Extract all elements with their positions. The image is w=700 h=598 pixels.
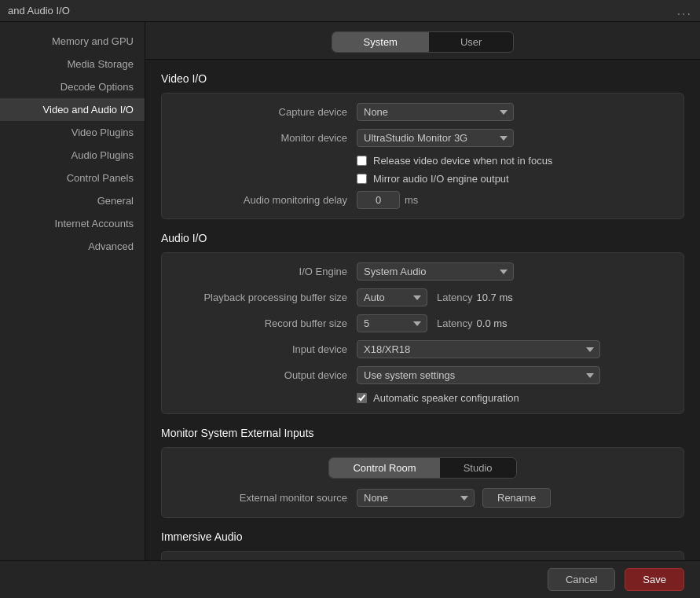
release-video-device-row: Release video device when not in focus: [357, 155, 671, 167]
record-buffer-select[interactable]: 5: [357, 314, 427, 332]
capture-device-label: Capture device: [174, 106, 347, 118]
video-io-section: Capture device None Monitor device Ultra…: [161, 93, 684, 219]
title-bar: and Audio I/O ...: [0, 0, 700, 22]
scrollable-content: Video I/O Capture device None Monitor de…: [145, 60, 700, 598]
mirror-audio-label: Mirror audio I/O engine output: [373, 173, 509, 185]
audio-monitoring-delay-row: Audio monitoring delay 0 ms: [174, 191, 671, 209]
audio-monitoring-delay-label: Audio monitoring delay: [174, 194, 347, 206]
output-device-row: Output device Use system settings: [174, 366, 671, 384]
monitor-device-label: Monitor device: [174, 132, 347, 144]
window-title: and Audio I/O: [8, 5, 70, 17]
content-area: System User Video I/O Capture device Non…: [145, 22, 700, 598]
external-monitor-source-label: External monitor source: [174, 492, 347, 504]
bottom-bar: Cancel Save: [0, 560, 700, 598]
mirror-audio-checkbox[interactable]: [357, 174, 367, 184]
monitor-system-title: Monitor System External Inputs: [161, 427, 684, 439]
window-menu-dots[interactable]: ...: [677, 4, 692, 18]
sidebar-item-video-audio-io[interactable]: Video and Audio I/O: [0, 98, 145, 121]
sidebar-item-audio-plugins[interactable]: Audio Plugins: [0, 144, 145, 167]
sidebar-item-video-plugins[interactable]: Video Plugins: [0, 121, 145, 144]
input-device-row: Input device X18/XR18: [174, 340, 671, 358]
sidebar-item-control-panels[interactable]: Control Panels: [0, 167, 145, 189]
playback-latency-info: Latency 10.7 ms: [437, 292, 513, 303]
monitor-device-row: Monitor device UltraStudio Monitor 3G: [174, 129, 671, 147]
monitor-device-select[interactable]: UltraStudio Monitor 3G: [357, 129, 514, 147]
audio-monitoring-delay-input[interactable]: 0: [357, 191, 400, 209]
record-latency-info: Latency 0.0 ms: [437, 317, 508, 329]
tab-studio[interactable]: Studio: [440, 458, 516, 478]
playback-latency-label: Latency: [437, 292, 473, 303]
io-engine-select[interactable]: System Audio: [357, 262, 514, 281]
top-tab-bar: System User: [145, 22, 700, 60]
audio-io-section: I/O Engine System Audio Playback process…: [161, 252, 684, 414]
audio-io-title: Audio I/O: [161, 232, 684, 244]
sidebar-item-memory-gpu[interactable]: Memory and GPU: [0, 30, 145, 53]
sidebar-item-media-storage[interactable]: Media Storage: [0, 53, 145, 75]
capture-device-row: Capture device None: [174, 103, 671, 121]
external-monitor-source-select[interactable]: None: [357, 489, 475, 507]
rename-button[interactable]: Rename: [482, 488, 551, 508]
video-io-title: Video I/O: [161, 72, 684, 85]
monitor-system-section: Control Room Studio External monitor sou…: [161, 447, 684, 518]
tab-control-room[interactable]: Control Room: [329, 458, 439, 478]
output-device-label: Output device: [174, 369, 347, 381]
record-buffer-row: Record buffer size 5 Latency 0.0 ms: [174, 314, 671, 332]
monitor-tabs: Control Room Studio: [328, 457, 516, 479]
monitor-tab-group: Control Room Studio: [174, 457, 671, 479]
input-device-label: Input device: [174, 343, 347, 355]
capture-device-select[interactable]: None: [357, 103, 514, 121]
playback-buffer-select[interactable]: Auto: [357, 288, 427, 306]
auto-speaker-checkbox[interactable]: [357, 393, 367, 403]
immersive-audio-title: Immersive Audio: [161, 530, 684, 543]
sidebar-item-internet-accounts[interactable]: Internet Accounts: [0, 212, 145, 235]
input-device-select[interactable]: X18/XR18: [357, 340, 600, 358]
io-engine-row: I/O Engine System Audio: [174, 262, 671, 281]
system-user-tabs: System User: [332, 31, 515, 53]
io-engine-label: I/O Engine: [174, 266, 347, 277]
sidebar-item-general[interactable]: General: [0, 189, 145, 212]
playback-buffer-row: Playback processing buffer size Auto Lat…: [174, 288, 671, 306]
record-latency-value: 0.0 ms: [477, 317, 508, 329]
tab-system[interactable]: System: [332, 32, 429, 52]
playback-latency-value: 10.7 ms: [477, 292, 513, 303]
auto-speaker-label: Automatic speaker configuration: [373, 392, 519, 404]
record-latency-label: Latency: [437, 317, 473, 329]
sidebar-item-decode-options[interactable]: Decode Options: [0, 75, 145, 98]
release-video-device-checkbox[interactable]: [357, 156, 367, 166]
tab-user[interactable]: User: [429, 32, 513, 52]
auto-speaker-row: Automatic speaker configuration: [357, 392, 671, 404]
cancel-button[interactable]: Cancel: [548, 568, 615, 591]
release-video-device-label: Release video device when not in focus: [373, 155, 552, 167]
mirror-audio-row: Mirror audio I/O engine output: [357, 173, 671, 185]
sidebar-item-advanced[interactable]: Advanced: [0, 235, 145, 258]
audio-monitoring-delay-unit: ms: [405, 194, 418, 206]
record-buffer-label: Record buffer size: [174, 317, 347, 329]
save-button[interactable]: Save: [625, 568, 684, 591]
external-monitor-source-row: External monitor source None Rename: [174, 488, 671, 508]
playback-buffer-label: Playback processing buffer size: [174, 292, 347, 303]
sidebar: Memory and GPU Media Storage Decode Opti…: [0, 22, 145, 598]
output-device-select[interactable]: Use system settings: [357, 366, 600, 384]
